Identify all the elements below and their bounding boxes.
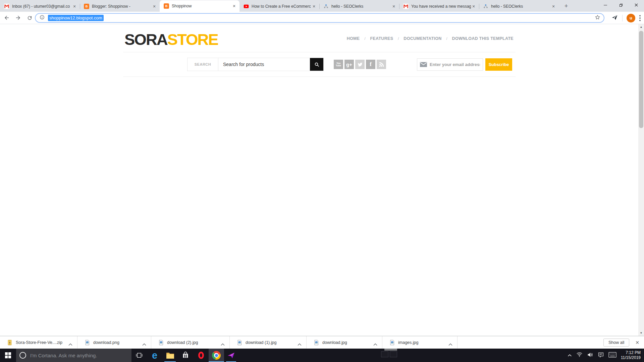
svg-text:B: B	[86, 5, 88, 8]
show-desktop-button[interactable]	[643, 349, 644, 362]
googleplus-icon[interactable]: g+	[344, 60, 354, 69]
download-file-name: Sora-Store-Free-Ve....zip	[16, 340, 62, 345]
main-nav: HOME/FEATURES/DOCUMENTATION/DOWNLOAD THI…	[347, 36, 514, 41]
twitter-icon[interactable]	[355, 60, 365, 69]
browser-tab[interactable]: hello - SEOClerks✕	[319, 1, 399, 12]
browser-tab[interactable]: hello - SEOClerks✕	[479, 1, 559, 12]
tab-title: You have received a new messag	[411, 4, 471, 9]
browser-tab[interactable]: Inbox (67) - utumer03@gmail.co✕	[0, 1, 80, 12]
window-controls	[598, 0, 644, 10]
seoclerks-favicon	[483, 4, 488, 9]
forward-icon[interactable]	[13, 13, 23, 22]
gmail-favicon	[4, 4, 9, 9]
restore-button[interactable]	[613, 0, 629, 10]
address-bar[interactable]: shoppinow12.blogspot.com	[35, 13, 604, 23]
download-items: Sora-Store-Free-Ve....zipdownload.pngdow…	[0, 336, 458, 349]
download-item[interactable]: download.png	[77, 336, 151, 349]
taskbar-chrome[interactable]	[209, 349, 224, 362]
browser-tab[interactable]: You have received a new messag✕	[399, 1, 479, 12]
download-file-name: download.jpg	[322, 340, 347, 345]
store-icon	[182, 352, 189, 359]
notification-icon[interactable]	[598, 352, 604, 359]
web-page: SORASTORE HOME/FEATURES/DOCUMENTATION/DO…	[0, 24, 644, 336]
taskbar-edge[interactable]: e	[147, 349, 162, 362]
scroll-up-icon[interactable]: ▲	[638, 24, 644, 30]
extension-send-icon[interactable]	[611, 14, 618, 22]
facebook-icon[interactable]: f	[366, 60, 375, 69]
tab-close-icon[interactable]: ✕	[311, 4, 317, 9]
nav-separator: /	[364, 37, 365, 41]
browser-tab[interactable]: How to Create a Free eCommerc✕	[239, 1, 319, 12]
nav-item-features[interactable]: FEATURES	[370, 36, 393, 41]
wifi-icon[interactable]	[576, 352, 583, 359]
download-chevron-icon[interactable]	[298, 341, 302, 344]
hidden-icons-chevron[interactable]	[568, 352, 572, 358]
youtube-icon[interactable]: YouTube	[334, 60, 343, 69]
tab-close-icon[interactable]: ✕	[391, 4, 396, 9]
subscribe-button[interactable]: Subscribe	[485, 58, 512, 71]
envelope-icon	[420, 62, 427, 67]
taskbar-clock[interactable]: 7:12 PM 11/15/2019	[621, 350, 642, 360]
close-downloads-bar-icon[interactable]: ✕	[635, 340, 639, 345]
scroll-down-icon[interactable]: ▼	[638, 330, 644, 336]
chrome-icon	[212, 351, 221, 360]
download-item[interactable]: download (2).jpg	[151, 336, 230, 349]
new-tab-button[interactable]: +	[561, 1, 571, 11]
tab-close-icon[interactable]: ✕	[72, 4, 77, 9]
cortana-search[interactable]: I'm Cortana. Ask me anything.	[16, 349, 131, 362]
task-view-button[interactable]	[131, 349, 147, 362]
gmail-favicon	[403, 4, 409, 9]
taskbar-opera[interactable]	[193, 349, 209, 362]
tab-title: Shoppinow	[172, 4, 231, 8]
browser-tab-strip: Inbox (67) - utumer03@gmail.co✕BBlogger:…	[0, 0, 644, 12]
search-button[interactable]	[310, 58, 323, 71]
tab-close-icon[interactable]: ✕	[551, 4, 556, 9]
start-button[interactable]	[0, 349, 16, 362]
email-field[interactable]	[430, 62, 480, 67]
download-chevron-icon[interactable]	[142, 341, 146, 344]
download-item[interactable]: download.jpg	[307, 336, 382, 349]
seoclerks-favicon	[483, 4, 488, 9]
show-all-downloads-button[interactable]: Show all	[603, 339, 629, 347]
rss-icon[interactable]	[377, 60, 386, 69]
image-file-icon	[85, 340, 90, 345]
taskbar-purple-app[interactable]	[224, 349, 238, 362]
volume-icon[interactable]	[587, 352, 593, 359]
download-chevron-icon[interactable]	[221, 341, 225, 344]
download-chevron-icon[interactable]	[448, 341, 452, 344]
search-input[interactable]	[218, 58, 310, 71]
download-item[interactable]: images.jpg	[382, 336, 458, 349]
url-text-selected[interactable]: shoppinow12.blogspot.com	[48, 15, 104, 21]
touch-keyboard-icon[interactable]	[608, 352, 616, 359]
download-chevron-icon[interactable]	[68, 341, 72, 344]
download-item[interactable]: Sora-Store-Free-Ve....zip	[0, 336, 77, 349]
close-window-button[interactable]	[629, 0, 644, 10]
profile-avatar[interactable]: u	[627, 14, 635, 22]
scrollbar-thumb[interactable]	[639, 31, 643, 128]
minimize-button[interactable]	[598, 0, 613, 10]
page-scrollbar[interactable]: ▲ ▼	[638, 24, 644, 336]
image-file-icon	[389, 340, 395, 345]
taskbar-file-explorer[interactable]	[162, 349, 178, 362]
site-logo[interactable]: SORASTORE	[124, 30, 218, 49]
nav-item-download-this-template[interactable]: DOWNLOAD THIS TEMPLATE	[452, 36, 514, 41]
bookmark-star-icon[interactable]	[595, 14, 600, 21]
chrome-menu-icon[interactable]	[639, 15, 641, 21]
page-info-icon[interactable]	[40, 15, 45, 21]
taskbar-store[interactable]	[178, 349, 193, 362]
tab-close-icon[interactable]: ✕	[152, 4, 157, 9]
divider-line	[123, 76, 516, 77]
back-icon[interactable]	[2, 13, 11, 22]
download-item[interactable]: download (1).jpg	[230, 336, 307, 349]
tab-close-icon[interactable]: ✕	[471, 4, 476, 9]
reload-icon[interactable]	[25, 13, 34, 22]
nav-item-home[interactable]: HOME	[347, 36, 360, 41]
browser-tab[interactable]: BBlogger: Shoppinow -✕	[80, 1, 160, 12]
browser-tab[interactable]: BShoppinow✕	[160, 0, 239, 12]
logo-part-1: SORA	[124, 31, 167, 48]
divider-line	[123, 52, 516, 52]
download-chevron-icon[interactable]	[373, 341, 377, 344]
nav-item-documentation[interactable]: DOCUMENTATION	[404, 36, 441, 41]
tab-close-icon[interactable]: ✕	[231, 3, 237, 9]
windows-taskbar: I'm Cortana. Ask me anything. e	[0, 349, 644, 362]
